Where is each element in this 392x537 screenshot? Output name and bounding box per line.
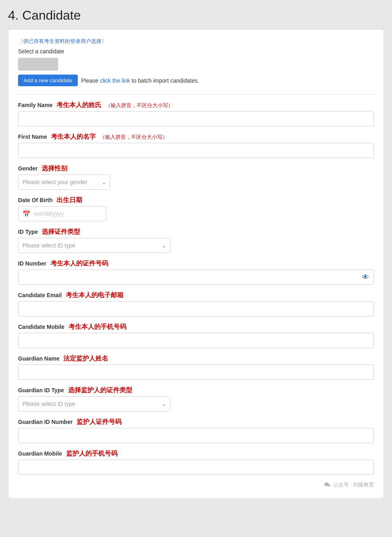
- guardian-id-type-label: Guardian ID Type 选择监护人的证件类型: [18, 386, 374, 395]
- id-type-label-cn: 选择证件类型: [42, 228, 80, 235]
- family-name-label: Family Name 考生本人的姓氏 （输入拼音，不区分大小写）: [18, 101, 374, 109]
- first-name-group: First Name 考生本人的名字 （输入拼音，不区分大小写）: [18, 133, 374, 158]
- page-title: 4. Candidate: [8, 8, 384, 23]
- candidate-form-card: 〔供已存有考生资料的登录用户选择〕 Select a candidate Add…: [8, 29, 384, 498]
- guardian-id-type-select-wrapper: Please select ID type Passport National …: [18, 396, 170, 411]
- candidate-mobile-input[interactable]: [18, 333, 374, 348]
- candidate-mobile-group: Candidate Mobile 考生本人的手机号码: [18, 323, 374, 348]
- batch-import-note: Please click the link to batch import ca…: [81, 77, 199, 84]
- family-name-label-cn: 考生本人的姓氏: [57, 101, 101, 108]
- gender-select-wrapper: Please select your gender Male Female Ot…: [18, 174, 110, 190]
- svg-point-3: [327, 484, 331, 486]
- gender-select[interactable]: Please select your gender Male Female Ot…: [18, 174, 110, 190]
- guardian-id-number-input[interactable]: [18, 428, 374, 443]
- svg-point-4: [328, 485, 329, 486]
- candidate-email-group: Candidate Email 考生本人的电子邮箱: [18, 291, 374, 316]
- id-number-wrapper: 👁: [18, 270, 374, 285]
- guardian-mobile-input[interactable]: [18, 460, 374, 475]
- first-name-label-cn: 考生本人的名字: [51, 133, 96, 140]
- candidate-email-label: Candidate Email 考生本人的电子邮箱: [18, 291, 374, 300]
- candidate-mobile-label-cn: 考生本人的手机号码: [69, 323, 126, 330]
- candidate-email-input[interactable]: [18, 301, 374, 316]
- svg-point-1: [326, 484, 327, 485]
- id-type-group: ID Type 选择证件类型 Please select ID type Pas…: [18, 228, 374, 253]
- family-name-group: Family Name 考生本人的姓氏 （输入拼音，不区分大小写）: [18, 101, 374, 126]
- select-candidate-label: Select a candidate: [18, 48, 374, 55]
- id-number-label-cn: 考生本人的证件号码: [51, 260, 108, 267]
- guardian-mobile-group: Guardian Mobile 监护人的手机号码: [18, 450, 374, 475]
- id-number-group: ID Number 考生本人的证件号码 👁: [18, 259, 374, 285]
- guardian-mobile-label: Guardian Mobile 监护人的手机号码: [18, 450, 374, 458]
- guardian-name-label-cn: 法定监护人姓名: [63, 355, 108, 362]
- guardian-name-label: Guardian Name 法定监护人姓名: [18, 355, 374, 363]
- divider: [18, 94, 374, 95]
- watermark: 公众号 · 剑藤教育: [18, 481, 374, 488]
- id-type-label: ID Type 选择证件类型: [18, 228, 374, 236]
- wechat-icon: [324, 481, 331, 488]
- batch-import-link[interactable]: click the link: [100, 77, 130, 84]
- guardian-id-number-group: Guardian ID Number 监护人证件号码: [18, 418, 374, 443]
- calendar-icon: 📅: [22, 210, 30, 218]
- svg-point-2: [327, 484, 328, 485]
- dob-label-cn: 出生日期: [57, 197, 82, 203]
- id-type-select[interactable]: Please select ID type Passport National …: [18, 238, 170, 253]
- candidate-email-label-cn: 考生本人的电子邮箱: [66, 292, 123, 298]
- id-number-label: ID Number 考生本人的证件号码: [18, 259, 374, 268]
- guardian-mobile-label-cn: 监护人的手机号码: [66, 450, 117, 457]
- dob-label: Date Of Birth 出生日期: [18, 196, 374, 205]
- first-name-label: First Name 考生本人的名字 （输入拼音，不区分大小写）: [18, 133, 374, 141]
- existing-candidate-link[interactable]: 〔供已存有考生资料的登录用户选择〕: [18, 38, 374, 45]
- guardian-id-number-label: Guardian ID Number 监护人证件号码: [18, 418, 374, 426]
- dob-group: Date Of Birth 出生日期 📅 mm/dd/yyyy: [18, 196, 374, 221]
- guardian-name-input[interactable]: [18, 365, 374, 380]
- add-candidate-row: Add a new candidate Please click the lin…: [18, 75, 374, 86]
- guardian-id-type-select[interactable]: Please select ID type Passport National …: [18, 396, 170, 411]
- gender-label: Gender 选择性别: [18, 164, 374, 173]
- dob-placeholder: mm/dd/yyyy: [34, 211, 64, 217]
- id-type-select-wrapper: Please select ID type Passport National …: [18, 238, 170, 253]
- guardian-id-number-label-cn: 监护人证件号码: [77, 418, 121, 425]
- add-candidate-button[interactable]: Add a new candidate: [18, 75, 78, 86]
- svg-point-5: [329, 485, 329, 486]
- dob-input-wrapper[interactable]: 📅 mm/dd/yyyy: [18, 206, 106, 221]
- eye-icon[interactable]: 👁: [362, 273, 369, 282]
- first-name-input[interactable]: [18, 143, 374, 158]
- candidate-mobile-label: Candidate Mobile 考生本人的手机号码: [18, 323, 374, 331]
- guardian-name-group: Guardian Name 法定监护人姓名: [18, 355, 374, 380]
- candidate-select-placeholder: [18, 58, 58, 71]
- gender-group: Gender 选择性别 Please select your gender Ma…: [18, 164, 374, 190]
- guardian-id-type-label-cn: 选择监护人的证件类型: [68, 387, 132, 393]
- id-number-input[interactable]: [18, 270, 374, 285]
- family-name-input[interactable]: [18, 111, 374, 126]
- guardian-id-type-group: Guardian ID Type 选择监护人的证件类型 Please selec…: [18, 386, 374, 411]
- gender-label-cn: 选择性别: [42, 165, 67, 172]
